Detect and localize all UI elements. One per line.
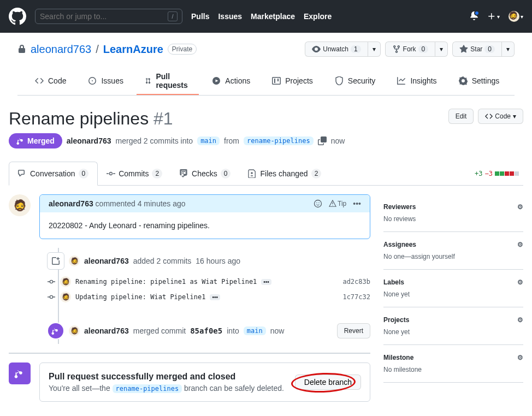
watch-count: 1 <box>351 45 361 53</box>
copy-icon[interactable] <box>318 136 327 145</box>
tab-pull-requests[interactable]: Pull requests <box>137 68 199 95</box>
milestone-value: No milestone <box>383 366 523 373</box>
commit-dot-icon <box>48 293 55 301</box>
project-icon <box>272 76 281 85</box>
gear-icon[interactable]: ⚙ <box>517 354 523 361</box>
commits-count: 2 <box>152 169 162 179</box>
comment-box: aleonard763 commented 4 minutes ago Tip … <box>39 194 370 239</box>
head-branch[interactable]: rename-pipelines <box>244 136 314 145</box>
star-button[interactable]: Star 0 <box>452 41 502 57</box>
search-box[interactable]: / <box>35 9 182 24</box>
tab-code[interactable]: Code <box>26 68 75 95</box>
pr-author[interactable]: aleonard763 <box>67 136 111 145</box>
milestone-label: Milestone <box>383 354 413 361</box>
code-icon <box>485 112 493 120</box>
commit-dot-icon <box>48 278 55 286</box>
nav-issues[interactable]: Issues <box>218 12 242 21</box>
merge-status-desc: You're all set—the rename-pipelines bran… <box>49 384 284 393</box>
user-menu[interactable]: 🧔 ▾ <box>509 11 523 22</box>
search-slash-hint: / <box>168 11 178 21</box>
fork-count: 0 <box>418 45 429 53</box>
reviewers-label: Reviewers <box>383 203 416 211</box>
commit-avatar[interactable]: 🧔 <box>60 276 71 287</box>
repo-name-link[interactable]: LearnAzure <box>103 43 163 56</box>
tab-commits[interactable]: Commits 2 <box>98 162 171 185</box>
commit-sha[interactable]: 1c77c32 <box>342 293 370 301</box>
create-new-dropdown[interactable]: ▾ <box>487 12 500 21</box>
gear-icon[interactable]: ⚙ <box>517 241 523 248</box>
merged-branch[interactable]: main <box>244 326 266 335</box>
labels-label: Labels <box>383 278 404 286</box>
gear-icon <box>459 76 468 85</box>
tab-actions[interactable]: Actions <box>203 68 259 95</box>
commit-message[interactable]: Updating pipeline: Wiat Pipeline1 <box>75 293 205 301</box>
notifications-icon[interactable] <box>470 11 478 22</box>
tip-badge[interactable]: Tip <box>329 200 346 207</box>
graph-icon <box>397 76 406 85</box>
pr-number: #1 <box>153 109 173 128</box>
code-dropdown-button[interactable]: Code ▾ <box>478 109 523 124</box>
star-dropdown[interactable]: ▾ <box>502 41 515 57</box>
event-avatar[interactable]: 🧔 <box>69 325 80 336</box>
smiley-icon[interactable] <box>314 199 322 208</box>
svg-point-0 <box>315 200 322 207</box>
code-icon <box>35 76 44 85</box>
merge-status-title: Pull request successfully merged and clo… <box>49 372 284 382</box>
global-nav: Pulls Issues Marketplace Explore <box>191 12 332 21</box>
svg-point-1 <box>316 203 317 204</box>
tab-settings[interactable]: Settings <box>450 68 509 95</box>
unwatch-dropdown[interactable]: ▾ <box>368 41 381 57</box>
tab-insights[interactable]: Insights <box>388 68 445 95</box>
gear-icon[interactable]: ⚙ <box>517 203 523 211</box>
assign-yourself-link[interactable]: assign yourself <box>411 253 455 260</box>
search-input[interactable] <box>40 12 168 21</box>
tab-projects[interactable]: Projects <box>263 68 322 95</box>
revert-button[interactable]: Revert <box>337 323 370 338</box>
event-author[interactable]: aleonard763 <box>84 257 129 265</box>
tab-checks[interactable]: Checks 0 <box>171 162 239 185</box>
nav-marketplace[interactable]: Marketplace <box>251 12 295 21</box>
global-header: / Pulls Issues Marketplace Explore ▾ 🧔 ▾ <box>0 0 532 33</box>
assignees-label: Assignees <box>383 241 416 248</box>
tab-conversation[interactable]: Conversation 0 <box>9 162 98 186</box>
merged-event-icon <box>47 322 64 340</box>
nav-pulls[interactable]: Pulls <box>191 12 209 21</box>
labels-value: None yet <box>383 290 523 298</box>
kebab-menu-icon[interactable]: ••• <box>353 199 361 208</box>
commit-icon <box>107 169 115 178</box>
nav-explore[interactable]: Explore <box>304 12 332 21</box>
tab-files-changed[interactable]: Files changed 2 <box>239 162 330 185</box>
tab-issues[interactable]: Issues <box>79 68 132 95</box>
pr-meta-text: merged 2 commits into <box>116 136 193 145</box>
pr-title: Rename pipelines #1 <box>9 109 173 129</box>
tab-security[interactable]: Security <box>326 68 385 95</box>
repo-owner-link[interactable]: aleonard763 <box>31 43 91 56</box>
commit-message[interactable]: Renaming pipeline: pipeline1 as Wiat Pip… <box>75 278 257 286</box>
fork-dropdown[interactable]: ▾ <box>435 41 448 57</box>
fork-button[interactable]: Fork 0 <box>385 41 436 57</box>
gear-icon[interactable]: ⚙ <box>517 278 523 286</box>
commit-row: 🧔 Updating pipeline: Wiat Pipeline1 ••• … <box>9 289 370 305</box>
expand-icon[interactable]: ••• <box>210 294 220 300</box>
file-diff-icon <box>248 169 257 178</box>
event-avatar[interactable]: 🧔 <box>69 255 80 266</box>
expand-icon[interactable]: ••• <box>261 279 271 285</box>
svg-point-2 <box>318 203 320 204</box>
merged-sha[interactable]: 85af0e5 <box>190 326 222 335</box>
unwatch-button[interactable]: Unwatch 1 <box>305 41 368 57</box>
github-logo-icon[interactable] <box>9 8 26 25</box>
delete-branch-button[interactable]: Delete branch <box>295 375 361 390</box>
comment-author-avatar[interactable]: 🧔 <box>9 194 31 216</box>
event-time[interactable]: 16 hours ago <box>196 257 240 265</box>
edit-button[interactable]: Edit <box>448 109 474 124</box>
diff-stat: +3 −3 <box>475 170 523 177</box>
base-branch[interactable]: main <box>197 136 220 145</box>
star-count: 0 <box>484 45 495 53</box>
lock-icon <box>17 45 26 54</box>
comment-time[interactable]: 4 minutes ago <box>138 199 186 208</box>
gear-icon[interactable]: ⚙ <box>517 316 523 324</box>
commit-sha[interactable]: ad2c83b <box>342 278 370 286</box>
merged-author[interactable]: aleonard763 <box>84 326 129 335</box>
commit-avatar[interactable]: 🧔 <box>60 292 71 302</box>
comment-author[interactable]: aleonard763 <box>49 199 93 208</box>
